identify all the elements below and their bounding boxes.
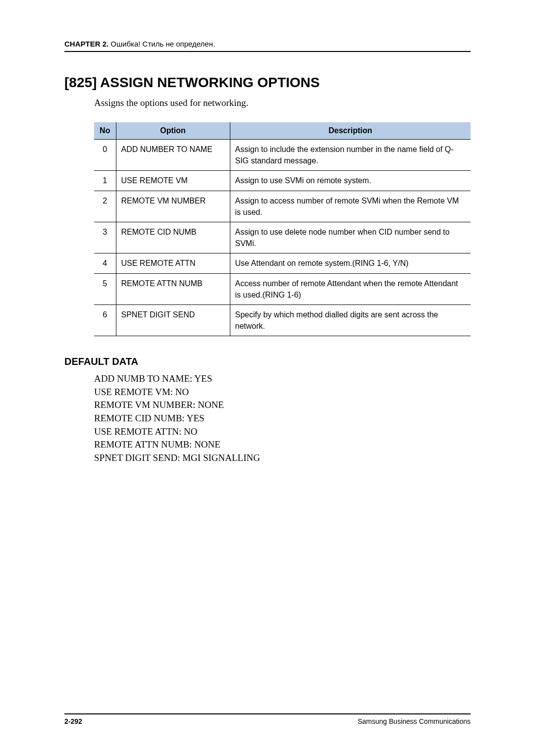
table-row: 2 REMOTE VM NUMBER Assign to access numb… bbox=[94, 191, 471, 222]
table-row: 4 USE REMOTE ATTN Use Attendant on remot… bbox=[94, 253, 471, 273]
cell-description: Access number of remote Attendant when t… bbox=[230, 273, 471, 304]
footer-company: Samsung Business Communications bbox=[358, 717, 471, 725]
cell-option: ADD NUMBER TO NAME bbox=[116, 140, 230, 171]
th-description: Description bbox=[230, 122, 471, 140]
table-row: 6 SPNET DIGIT SEND Specify by which meth… bbox=[94, 304, 471, 336]
cell-option: REMOTE ATTN NUMB bbox=[116, 273, 230, 304]
default-data-heading: DEFAULT DATA bbox=[64, 356, 471, 367]
chapter-rest: Ошибка! Стиль не определен. bbox=[108, 40, 215, 48]
default-data-line: REMOTE VM NUMBER: NONE bbox=[94, 399, 471, 412]
default-data-line: REMOTE ATTN NUMB: NONE bbox=[94, 438, 471, 452]
cell-option: USE REMOTE VM bbox=[116, 171, 230, 191]
cell-description: Specify by which method dialled digits a… bbox=[230, 304, 471, 336]
default-data-line: ADD NUMB TO NAME: YES bbox=[94, 372, 471, 386]
table-row: 0 ADD NUMBER TO NAME Assign to include t… bbox=[94, 140, 471, 171]
page-footer: 2-292 Samsung Business Communications bbox=[64, 713, 471, 725]
cell-option: REMOTE CID NUMB bbox=[116, 222, 230, 253]
cell-no: 4 bbox=[94, 253, 116, 273]
cell-description: Assign to use delete node number when CI… bbox=[230, 222, 471, 253]
th-no: No bbox=[94, 122, 116, 140]
chapter-label: CHAPTER 2. bbox=[64, 40, 108, 48]
cell-option: REMOTE VM NUMBER bbox=[116, 191, 230, 222]
table-row: 3 REMOTE CID NUMB Assign to use delete n… bbox=[94, 222, 471, 253]
default-data-line: REMOTE CID NUMB: YES bbox=[94, 412, 471, 425]
options-table: No Option Description 0 ADD NUMBER TO NA… bbox=[94, 122, 471, 336]
table-header-row: No Option Description bbox=[94, 122, 471, 140]
default-data-line: USE REMOTE VM: NO bbox=[94, 386, 471, 399]
table-row: 1 USE REMOTE VM Assign to use SVMi on re… bbox=[94, 171, 471, 191]
cell-description: Assign to include the extension number i… bbox=[230, 140, 471, 171]
table-row: 5 REMOTE ATTN NUMB Access number of remo… bbox=[94, 273, 471, 304]
cell-no: 1 bbox=[94, 171, 116, 191]
cell-no: 0 bbox=[94, 140, 116, 171]
cell-option: USE REMOTE ATTN bbox=[116, 253, 230, 273]
default-data-line: USE REMOTE ATTN: NO bbox=[94, 425, 471, 439]
running-header: CHAPTER 2. Ошибка! Стиль не определен. bbox=[64, 40, 471, 52]
cell-description: Assign to access number of remote SVMi w… bbox=[230, 191, 471, 222]
th-option: Option bbox=[116, 122, 230, 140]
cell-no: 5 bbox=[94, 273, 116, 304]
cell-no: 3 bbox=[94, 222, 116, 253]
section-intro: Assigns the options used for networking. bbox=[94, 98, 471, 108]
page-number: 2-292 bbox=[64, 717, 82, 725]
document-page: CHAPTER 2. Ошибка! Стиль не определен. [… bbox=[0, 0, 535, 756]
cell-option: SPNET DIGIT SEND bbox=[116, 304, 230, 336]
default-data-block: ADD NUMB TO NAME: YES USE REMOTE VM: NO … bbox=[94, 372, 471, 464]
cell-description: Use Attendant on remote system.(RING 1-6… bbox=[230, 253, 471, 273]
default-data-line: SPNET DIGIT SEND: MGI SIGNALLING bbox=[94, 452, 471, 465]
section-title: [825] ASSIGN NETWORKING OPTIONS bbox=[64, 75, 471, 91]
cell-no: 2 bbox=[94, 191, 116, 222]
cell-no: 6 bbox=[94, 304, 116, 336]
cell-description: Assign to use SVMi on remote system. bbox=[230, 171, 471, 191]
